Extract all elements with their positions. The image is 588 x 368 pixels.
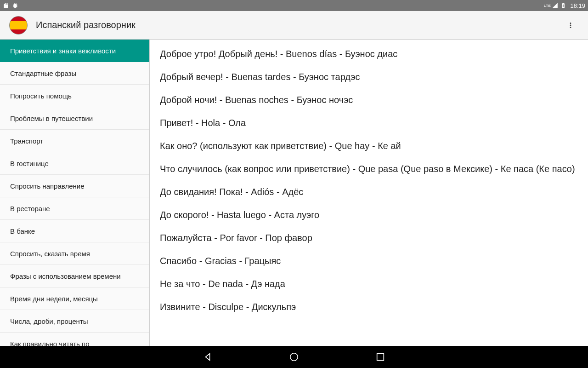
recent-square-icon bbox=[375, 352, 385, 362]
back-triangle-icon bbox=[203, 352, 213, 362]
app-icon-spain-flag bbox=[9, 16, 28, 34]
sidebar-item[interactable]: Фразы с использованием времени bbox=[0, 265, 149, 288]
action-bar: Испанский разговорник bbox=[0, 11, 588, 40]
sidebar-item[interactable]: Попросить помощь bbox=[0, 85, 149, 107]
phrase-item[interactable]: Как оно? (используют как приветствие) - … bbox=[150, 134, 588, 157]
navigation-bar bbox=[0, 346, 588, 368]
sidebar-item-label: Числа, дроби, проценты bbox=[10, 317, 88, 325]
phrase-item[interactable]: Пожалуйста - Por favor - Пор фавор bbox=[150, 226, 588, 249]
sidebar-item[interactable]: Спросить направление bbox=[0, 175, 149, 197]
lte-indicator: LTE bbox=[543, 4, 551, 8]
battery-charging-icon bbox=[560, 2, 566, 9]
sidebar-item[interactable]: Проблемы в путешествии bbox=[0, 107, 149, 130]
phrase-item[interactable]: До свидания! Пока! - Adiós - Адёс bbox=[150, 180, 588, 203]
phrase-item[interactable]: Доброе утро! Добрый день! - Buenos días … bbox=[150, 42, 588, 65]
sidebar-item[interactable]: Спросить, сказать время bbox=[0, 242, 149, 265]
sidebar-item-label: Как правильно читать по bbox=[10, 340, 90, 346]
sd-card-icon bbox=[3, 2, 9, 9]
nav-back-button[interactable] bbox=[201, 351, 214, 363]
sidebar-item-label: Время дни недели, месяцы bbox=[10, 295, 98, 303]
nav-recent-button[interactable] bbox=[374, 351, 387, 363]
sidebar-item-label: В гостинице bbox=[10, 160, 49, 167]
phrase-item[interactable]: Что случилось (как вопрос или приветстви… bbox=[150, 157, 588, 180]
sidebar-item[interactable]: Числа, дроби, проценты bbox=[0, 310, 149, 333]
sidebar-item-label: Приветствия и знаки вежливости bbox=[10, 47, 116, 55]
main-area: Приветствия и знаки вежливостиСтандартны… bbox=[0, 40, 588, 346]
svg-point-0 bbox=[290, 353, 298, 361]
home-circle-icon bbox=[289, 352, 299, 362]
category-sidebar[interactable]: Приветствия и знаки вежливостиСтандартны… bbox=[0, 40, 150, 346]
more-vert-icon bbox=[566, 21, 575, 29]
svg-rect-1 bbox=[377, 354, 384, 361]
phrase-item[interactable]: До скорого! - Hasta luego - Аста луэго bbox=[150, 203, 588, 226]
signal-icon bbox=[552, 2, 558, 9]
sidebar-item[interactable]: В ресторане bbox=[0, 197, 149, 220]
phrase-item[interactable]: Привет! - Hola - Ола bbox=[150, 111, 588, 134]
sidebar-item[interactable]: Приветствия и знаки вежливости bbox=[0, 40, 149, 62]
sidebar-item[interactable]: Стандартные фразы bbox=[0, 62, 149, 85]
sidebar-item[interactable]: Как правильно читать по bbox=[0, 333, 149, 346]
phrase-item[interactable]: Не за что - De nada - Дэ нада bbox=[150, 272, 588, 295]
phrase-item[interactable]: Добрый вечер! - Buenas tardes - Буэнос т… bbox=[150, 65, 588, 88]
app-title: Испанский разговорник bbox=[36, 20, 136, 30]
sidebar-item-label: Спросить направление bbox=[10, 182, 85, 190]
status-time: 18:19 bbox=[570, 2, 585, 9]
sidebar-item-label: В банке bbox=[10, 227, 35, 235]
sidebar-item[interactable]: Время дни недели, месяцы bbox=[0, 288, 149, 310]
sidebar-item-label: Стандартные фразы bbox=[10, 69, 76, 77]
nav-home-button[interactable] bbox=[288, 351, 300, 363]
phrase-list[interactable]: Доброе утро! Добрый день! - Buenos días … bbox=[150, 40, 588, 346]
sidebar-item[interactable]: В гостинице bbox=[0, 152, 149, 175]
status-bar: LTE 18:19 bbox=[0, 0, 588, 11]
debug-icon bbox=[12, 2, 18, 9]
sidebar-item-label: Фразы с использованием времени bbox=[10, 272, 121, 280]
sidebar-item-label: В ресторане bbox=[10, 205, 50, 213]
sidebar-item-label: Попросить помощь bbox=[10, 92, 72, 100]
phrase-item[interactable]: Доброй ночи! - Buenas noches - Буэнос но… bbox=[150, 88, 588, 111]
phrase-item[interactable]: Спасибо - Gracias - Грацыяс bbox=[150, 249, 588, 272]
sidebar-item-label: Спросить, сказать время bbox=[10, 250, 90, 258]
sidebar-item-label: Проблемы в путешествии bbox=[10, 115, 93, 122]
sidebar-item-label: Транспорт bbox=[10, 137, 43, 145]
phrase-item[interactable]: Извините - Disculpe - Дискульпэ bbox=[150, 295, 588, 318]
overflow-menu-button[interactable] bbox=[561, 16, 580, 34]
sidebar-item[interactable]: Транспорт bbox=[0, 130, 149, 152]
sidebar-item[interactable]: В банке bbox=[0, 220, 149, 242]
